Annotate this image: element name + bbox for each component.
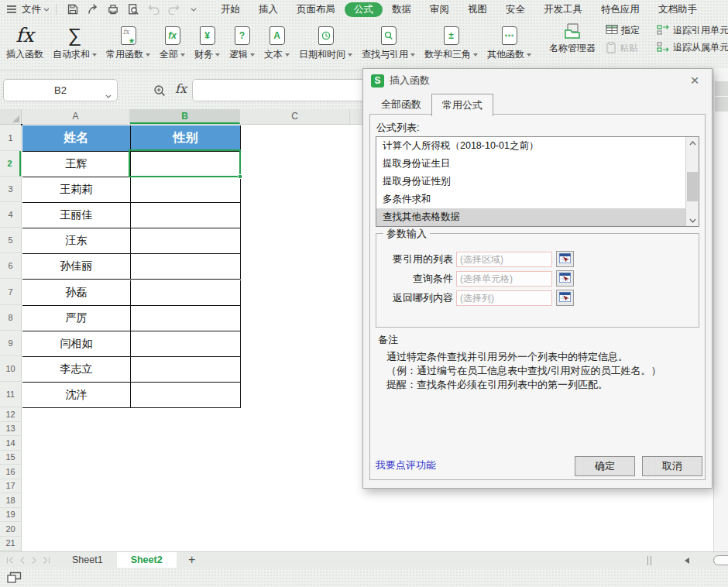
- range-picker-button[interactable]: [556, 290, 574, 306]
- ribbon-button-lookup-reference[interactable]: 查找与引用: [357, 22, 420, 61]
- menu-tab-view[interactable]: 视图: [458, 2, 496, 17]
- row-header-13[interactable]: 13: [0, 422, 21, 437]
- cell-A1[interactable]: 姓名: [22, 125, 131, 152]
- row-header-11[interactable]: 11: [0, 382, 21, 407]
- formula-list-item[interactable]: 计算个人所得税（2018-10-01之前）: [376, 137, 699, 155]
- menu-tab-formulas[interactable]: 公式: [345, 2, 383, 17]
- menu-tab-doc-assistant[interactable]: 文档助手: [649, 2, 706, 17]
- scroll-down-icon[interactable]: [686, 215, 699, 226]
- cell-A9[interactable]: 闫相如: [22, 331, 131, 357]
- fx-icon[interactable]: fx: [175, 81, 187, 96]
- cell-A7[interactable]: 孙磊: [22, 280, 131, 306]
- row-header-7[interactable]: 7: [0, 280, 21, 305]
- row-header-2[interactable]: 2: [0, 151, 21, 177]
- row-header-6[interactable]: 6: [0, 253, 21, 279]
- formula-list-item[interactable]: 提取身份证性别: [376, 173, 699, 191]
- fill-handle[interactable]: [238, 174, 242, 179]
- row-header-16[interactable]: 16: [0, 465, 21, 479]
- row-header-21[interactable]: 21: [0, 537, 21, 551]
- zoom-icon[interactable]: [153, 84, 167, 101]
- dialog-tab-all-functions[interactable]: 全部函数: [371, 94, 431, 116]
- cell-B1[interactable]: 性别: [131, 125, 241, 152]
- ribbon-button-trace-precedents[interactable]: 追踪引用单元格: [657, 24, 728, 37]
- cell-B4[interactable]: [131, 203, 241, 228]
- cell-B11[interactable]: [131, 383, 241, 408]
- range-picker-button[interactable]: [556, 251, 574, 267]
- vertical-scrollbar-area[interactable]: [713, 68, 728, 551]
- menu-tab-home[interactable]: 开始: [211, 2, 249, 17]
- nav-first-icon[interactable]: [6, 553, 14, 567]
- sheet-tab-sheet2[interactable]: Sheet2: [117, 552, 177, 568]
- parameter-input-1[interactable]: [456, 271, 552, 287]
- tab-splitter-handle[interactable]: [647, 556, 651, 565]
- menu-tab-special-features[interactable]: 特色应用: [592, 2, 649, 17]
- ribbon-button-trace-dependents[interactable]: 追踪从属单元格: [657, 41, 728, 54]
- ribbon-button-name-manager[interactable]: 名称管理器: [544, 22, 601, 55]
- ribbon-button-date-time[interactable]: 日期和时间: [294, 22, 357, 61]
- range-picker-button[interactable]: [556, 270, 574, 287]
- file-menu[interactable]: 文件: [22, 3, 41, 16]
- redo-icon[interactable]: [163, 2, 184, 17]
- cell-A2[interactable]: 王辉: [22, 152, 131, 177]
- ribbon-button-autosum[interactable]: ∑自动求和: [48, 22, 101, 61]
- row-header-14[interactable]: 14: [0, 436, 21, 451]
- row-header-19[interactable]: 19: [0, 508, 21, 523]
- ribbon-button-logical[interactable]: ?逻辑: [225, 22, 259, 61]
- cell-B10[interactable]: [131, 357, 241, 383]
- menu-tab-data[interactable]: 数据: [383, 2, 421, 17]
- cell-B8[interactable]: [131, 306, 241, 331]
- ribbon-button-text[interactable]: A文本: [259, 22, 294, 61]
- menu-tab-dev-tools[interactable]: 开发工具: [534, 2, 592, 17]
- window-layout-icon[interactable]: [7, 572, 22, 587]
- cell-B6[interactable]: [131, 254, 241, 280]
- nav-next-icon[interactable]: [31, 553, 37, 567]
- print-preview-icon[interactable]: [123, 2, 143, 17]
- ok-button[interactable]: 确定: [575, 456, 635, 476]
- row-header-18[interactable]: 18: [0, 493, 21, 508]
- print-icon[interactable]: [103, 2, 123, 17]
- scroll-up-icon[interactable]: [686, 137, 699, 149]
- hscroll-left-icon[interactable]: [685, 558, 689, 564]
- formula-list-item[interactable]: 查找其他表格数据: [376, 208, 699, 226]
- list-scrollbar[interactable]: [685, 137, 699, 226]
- row-header-10[interactable]: 10: [0, 356, 21, 382]
- row-header-12[interactable]: 12: [0, 407, 21, 422]
- name-box[interactable]: B2: [3, 79, 118, 101]
- cancel-button[interactable]: 取消: [642, 456, 702, 476]
- ribbon-button-all-functions[interactable]: fx全部: [155, 22, 190, 61]
- ribbon-button-common-functions[interactable]: fx★常用函数: [101, 22, 155, 61]
- cell-B3[interactable]: [131, 177, 241, 203]
- cell-B5[interactable]: [131, 228, 241, 254]
- nav-last-icon[interactable]: [43, 553, 50, 567]
- close-icon[interactable]: ×: [685, 71, 704, 90]
- chevron-down-icon[interactable]: [184, 2, 204, 17]
- cell-B9[interactable]: [131, 331, 241, 357]
- menu-tab-insert[interactable]: 插入: [249, 2, 287, 17]
- row-header-9[interactable]: 9: [0, 331, 21, 356]
- ribbon-button-other-functions[interactable]: ⋯其他函数: [482, 22, 536, 61]
- row-header-4[interactable]: 4: [0, 202, 21, 228]
- feedback-link[interactable]: 我要点评功能: [376, 458, 436, 472]
- formula-list-item[interactable]: 多条件求和: [376, 191, 699, 208]
- ribbon-button-math-trig[interactable]: ±数学和三角: [420, 22, 482, 61]
- cell-A11[interactable]: 沈洋: [22, 383, 131, 408]
- row-header-5[interactable]: 5: [0, 228, 21, 253]
- col-header-A[interactable]: A: [22, 109, 130, 124]
- row-header-15[interactable]: 15: [0, 451, 21, 465]
- col-header-C[interactable]: C: [240, 109, 350, 124]
- ribbon-button-insert-function[interactable]: fx插入函数: [2, 22, 48, 61]
- col-header-B[interactable]: B: [130, 109, 240, 124]
- undo-icon[interactable]: [143, 2, 163, 17]
- horizontal-scrollbar-thumb[interactable]: [713, 555, 728, 565]
- cell-A6[interactable]: 孙佳丽: [22, 254, 131, 280]
- save-icon[interactable]: [63, 2, 83, 17]
- select-all-corner[interactable]: [0, 109, 22, 124]
- add-sheet-button[interactable]: +: [184, 553, 200, 567]
- dialog-tab-common-formulas[interactable]: 常用公式: [431, 94, 493, 116]
- cell-A8[interactable]: 严厉: [22, 306, 131, 331]
- sheet-tab-sheet1[interactable]: Sheet1: [58, 552, 117, 568]
- menu-tab-page-layout[interactable]: 页面布局: [287, 2, 345, 17]
- row-header-3[interactable]: 3: [0, 177, 21, 202]
- parameter-input-2[interactable]: [456, 290, 552, 306]
- export-icon[interactable]: [83, 2, 103, 17]
